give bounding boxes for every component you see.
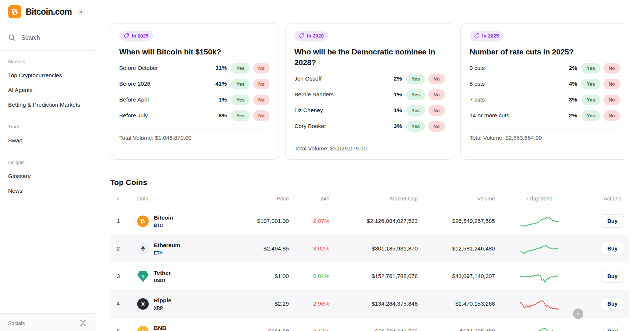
coin-market-cap: $301,185,931,870 (329, 245, 418, 252)
yes-button[interactable]: Yes (406, 121, 425, 132)
bitcoin-logo-icon: B (8, 5, 21, 18)
outcome-percent: 2% (562, 112, 577, 119)
col-market-cap: Market Cap (329, 196, 418, 202)
yes-button[interactable]: Yes (581, 95, 600, 105)
sidebar-item-ai-agents[interactable]: AI Agents (8, 83, 86, 97)
yes-button[interactable]: Yes (406, 89, 425, 100)
coin-volume: $674,395,450 (418, 328, 495, 331)
coin-change: -2.96% (289, 300, 329, 307)
search-input[interactable]: Search (0, 23, 95, 50)
table-row[interactable]: 1 B Bitcoin BTC $107,001.00 -2.07% $2,12… (110, 207, 629, 235)
sidebar-item-glossary[interactable]: Glossary (8, 169, 86, 184)
sidebar-item-betting-prediction-markets[interactable]: Betting & Prediction Markets (8, 97, 86, 112)
yes-button[interactable]: Yes (406, 74, 425, 84)
sidebar-item-swap[interactable]: Swap (8, 133, 86, 148)
tag-icon (299, 33, 304, 39)
no-button[interactable]: No (428, 105, 445, 116)
total-volume: Total Volume: $5,029,079.00 (294, 140, 445, 152)
total-volume: Total Volume: $2,353,664.00 (470, 129, 620, 141)
coin-symbol: ETH (154, 250, 180, 256)
col-coin: Coin (131, 196, 223, 202)
yes-button[interactable]: Yes (231, 79, 250, 89)
buy-button[interactable]: Buy (601, 242, 624, 255)
no-button[interactable]: No (253, 95, 270, 105)
sidebar-item-top-cryptocurrencies[interactable]: Top Cryptocurrencies (8, 68, 86, 83)
table-row[interactable]: 2 Ethereum ETH $2,494.85 -3.02% $301,185… (110, 235, 629, 263)
coin-icon-glyph: ◆ (141, 329, 145, 331)
yes-button[interactable]: Yes (231, 95, 250, 105)
buy-button[interactable]: Buy (601, 325, 624, 331)
x-twitter-icon[interactable] (79, 320, 86, 327)
outcome-label: 7 cuts (470, 96, 558, 103)
card-tag-label: In 2025 (132, 33, 149, 39)
outcome-label: Before October (119, 65, 208, 71)
yes-button[interactable]: Yes (231, 63, 250, 74)
card-tag-badge: In 2028 (294, 31, 328, 41)
card-tag-badge: In 2025 (119, 31, 153, 41)
table-row[interactable]: 5 ◆ BNB BNB $661.50 -2.17% $96,501,811,5… (110, 318, 629, 331)
outcome-list: 9 cuts 2% Yes No 8 cuts 4% Yes No 7 cuts… (470, 60, 620, 124)
no-button[interactable]: No (428, 74, 445, 84)
outcome-label: Before 2026 (119, 81, 208, 87)
nav-section: Insights Glossary News (8, 157, 86, 198)
no-button[interactable]: No (604, 63, 620, 74)
buy-button[interactable]: Buy (601, 297, 624, 310)
sidebar-item-news[interactable]: News (8, 184, 86, 198)
actions-cell: Buy (583, 325, 629, 331)
bitcoin-icon: B (137, 216, 149, 227)
sidebar-footer: Socials (0, 313, 95, 331)
no-button[interactable]: No (253, 63, 270, 74)
coin-rank: 2 (110, 245, 131, 252)
no-button[interactable]: No (428, 121, 445, 132)
coin-name: Tether (154, 270, 171, 276)
top-coins-title: Top Coins (110, 178, 629, 187)
theme-toggle-button[interactable] (78, 8, 85, 15)
buy-button[interactable]: Buy (601, 214, 624, 228)
outcome-percent: 8% (211, 112, 227, 119)
no-button[interactable]: No (428, 89, 445, 100)
card-title: Who will be the Democratic nominee in 20… (294, 47, 445, 68)
no-button[interactable]: No (253, 110, 270, 121)
outcome-label: Cory Booker (294, 123, 383, 129)
coin-price: $2,494.85 (223, 245, 289, 252)
outcome-row: Before October 31% Yes No (119, 60, 270, 76)
yes-button[interactable]: Yes (406, 105, 425, 116)
col-trend: 7 day trend (495, 196, 583, 202)
tag-icon (474, 33, 480, 39)
coins-table-header: # Coin Price 24h Market Cap Volume 7 day… (110, 193, 629, 207)
no-button[interactable]: No (604, 79, 620, 89)
coin-rank: 4 (110, 300, 131, 307)
outcome-percent: 3% (562, 96, 577, 103)
no-button[interactable]: No (253, 79, 270, 89)
coin-volume: $43,097,140,307 (418, 273, 495, 280)
trend-cell (495, 295, 583, 313)
close-button[interactable]: × (573, 309, 583, 319)
buy-button[interactable]: Buy (601, 270, 624, 283)
outcome-percent: 1% (386, 107, 402, 114)
sidebar: B Bitcoin.com Search Markets Top Cryptoc… (0, 0, 95, 331)
no-button[interactable]: No (604, 110, 620, 121)
yes-button[interactable]: Yes (581, 63, 600, 74)
outcome-percent: 31% (211, 65, 227, 71)
coin-cell: X Ripple XRP (131, 297, 223, 311)
tag-icon (124, 33, 129, 39)
coin-rank: 1 (110, 218, 131, 224)
outcome-percent: 1% (386, 91, 402, 98)
table-row[interactable]: 4 X Ripple XRP $2.29 -2.96% $134,284,375… (110, 290, 629, 318)
outcome-row: Liz Cheney 1% Yes No (294, 103, 445, 118)
yes-button[interactable]: Yes (581, 110, 600, 121)
coin-change: -2.07% (289, 218, 329, 224)
section-label: Trade (8, 122, 86, 133)
table-row[interactable]: 3 T Tether USDT $1.00 0.01% $152,761,788… (110, 263, 629, 290)
logo[interactable]: B Bitcoin.com (0, 0, 95, 23)
prediction-card: In 2025 Number of rate cuts in 2025? 9 c… (460, 23, 629, 160)
socials-label: Socials (8, 320, 25, 326)
outcome-percent: 2% (562, 65, 577, 71)
outcome-label: Before April (119, 96, 208, 103)
coin-volume: $26,549,267,585 (418, 218, 495, 224)
ripple-icon: X (137, 298, 149, 310)
no-button[interactable]: No (604, 95, 620, 105)
outcome-label: Liz Cheney (294, 107, 383, 114)
yes-button[interactable]: Yes (231, 110, 250, 121)
yes-button[interactable]: Yes (581, 79, 600, 89)
